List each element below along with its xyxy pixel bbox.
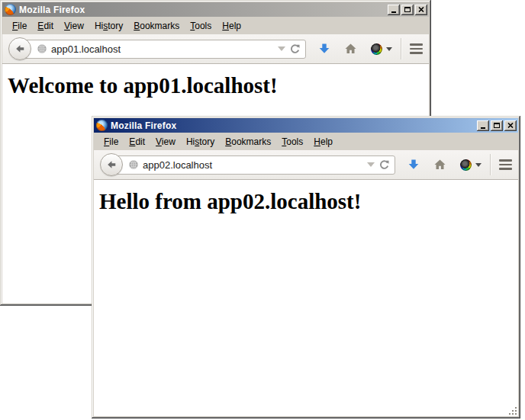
close-button[interactable] [415,5,427,15]
back-icon [106,159,117,170]
url-text[interactable]: app02.localhost [143,159,363,171]
download-button[interactable] [407,159,420,171]
window-title: Mozilla Firefox [111,120,477,131]
menu-file[interactable]: File [98,134,124,149]
colorwheel-icon [460,159,472,171]
minimize-icon [481,127,485,129]
page-heading: Welcome to app01.localhost! [8,73,429,98]
navigation-toolbar: app01.localhost [2,34,429,64]
minimize-button[interactable] [388,5,400,15]
resize-grip[interactable] [508,406,518,416]
menu-edit[interactable]: Edit [124,134,150,149]
close-icon [507,123,514,128]
menu-file[interactable]: File [7,18,32,34]
menu-bookmarks[interactable]: Bookmarks [128,18,185,34]
back-button[interactable] [8,37,31,60]
firefox-logo-icon[interactable] [96,120,108,131]
close-icon [418,7,424,12]
chevron-down-icon [475,163,482,167]
chevron-down-icon [386,47,392,51]
home-button[interactable] [344,43,357,55]
menu-help[interactable]: Help [308,134,338,149]
toolbar-divider [401,38,401,59]
menu-history[interactable]: History [89,18,128,34]
maximize-button[interactable] [491,120,503,131]
maximize-icon [494,123,500,128]
page-heading: Hello from app02.localhost! [99,189,518,214]
maximize-button[interactable] [401,5,414,15]
download-icon [318,43,330,55]
menu-view[interactable]: View [59,18,89,34]
minimize-icon [391,11,396,13]
menu-help[interactable]: Help [217,18,246,34]
home-button[interactable] [433,159,446,171]
firefox-logo-icon[interactable] [5,4,16,15]
globe-icon[interactable] [37,43,47,54]
browser-window-app02[interactable]: Mozilla Firefox File Edit View History B… [92,116,520,418]
download-button[interactable] [318,43,330,55]
toolbar-divider [490,154,491,175]
urlbar-dropdown-icon[interactable] [367,162,375,167]
back-button[interactable] [100,153,123,176]
home-icon [344,43,357,55]
menu-view[interactable]: View [150,134,181,149]
colorwheel-extension-button[interactable] [460,159,482,171]
close-button[interactable] [504,120,517,131]
urlbar-dropdown-icon[interactable] [278,46,285,51]
page-content: Hello from app02.localhost! [94,180,518,416]
maximize-icon [404,7,411,12]
url-bar[interactable]: app02.localhost [111,155,395,175]
globe-icon[interactable] [128,159,139,170]
menu-bar: File Edit View History Bookmarks Tools H… [2,17,429,34]
menu-tools[interactable]: Tools [185,18,217,34]
download-icon [407,159,420,171]
titlebar[interactable]: Mozilla Firefox [2,2,429,17]
home-icon [433,159,446,171]
colorwheel-icon [371,43,382,55]
open-menu-button[interactable] [499,159,512,170]
open-menu-button[interactable] [410,43,423,54]
reload-icon[interactable] [378,159,390,171]
menu-bookmarks[interactable]: Bookmarks [220,134,276,149]
window-title: Mozilla Firefox [19,5,388,15]
navigation-toolbar: app02.localhost [94,150,518,180]
menu-history[interactable]: History [181,134,220,149]
menu-bar: File Edit View History Bookmarks Tools H… [94,133,518,150]
reload-icon[interactable] [289,43,301,55]
url-bar[interactable]: app01.localhost [20,40,306,59]
minimize-button[interactable] [477,120,489,131]
back-icon [14,43,25,54]
menu-tools[interactable]: Tools [276,134,308,149]
menu-edit[interactable]: Edit [32,18,59,34]
colorwheel-extension-button[interactable] [371,43,392,55]
titlebar[interactable]: Mozilla Firefox [94,118,518,133]
url-text[interactable]: app01.localhost [51,43,274,55]
